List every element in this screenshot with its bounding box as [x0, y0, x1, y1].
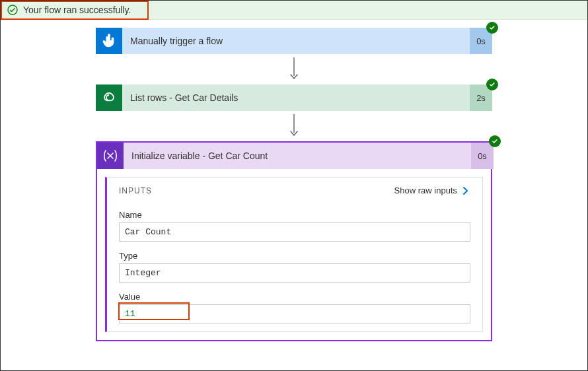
success-badge-icon: [486, 22, 498, 34]
name-value: Car Count: [119, 222, 470, 242]
value-number: 11: [125, 309, 135, 319]
trigger-card[interactable]: Manually trigger a flow 0s: [96, 28, 492, 54]
svg-point-0: [8, 5, 17, 15]
success-message: Your flow ran successfully.: [23, 5, 131, 15]
initvar-duration: 0s: [471, 143, 494, 169]
chevron-right-icon: [461, 186, 470, 195]
show-raw-inputs-link[interactable]: Show raw inputs: [394, 186, 470, 195]
flow-canvas: Manually trigger a flow 0s List rows - G…: [1, 20, 587, 341]
type-label: Type: [119, 251, 470, 261]
trigger-title: Manually trigger a flow: [122, 28, 470, 54]
type-value: Integer: [119, 263, 470, 283]
success-badge-icon: [489, 135, 501, 147]
inputs-heading: INPUTS: [119, 186, 152, 195]
arrow-icon: [289, 54, 299, 84]
success-banner: Your flow ran successfully.: [1, 1, 587, 20]
check-circle-icon: [7, 5, 18, 15]
listrows-card[interactable]: List rows - Get Car Details 2s: [96, 84, 492, 111]
name-label: Name: [119, 210, 470, 220]
value-value: 11: [119, 304, 470, 323]
inputs-panel: INPUTS Show raw inputs Name Car Count Ty…: [105, 177, 483, 332]
variable-icon: [97, 143, 124, 169]
initvar-title: Initialize variable - Get Car Count: [124, 143, 471, 169]
success-badge-icon: [486, 79, 498, 90]
manual-trigger-icon: [96, 28, 122, 54]
listrows-title: List rows - Get Car Details: [122, 84, 470, 111]
arrow-icon: [289, 111, 299, 141]
dataverse-icon: [96, 84, 122, 111]
show-raw-inputs-label: Show raw inputs: [394, 186, 457, 195]
value-label: Value: [119, 292, 470, 302]
initvar-card[interactable]: Initialize variable - Get Car Count 0s I…: [96, 141, 492, 341]
